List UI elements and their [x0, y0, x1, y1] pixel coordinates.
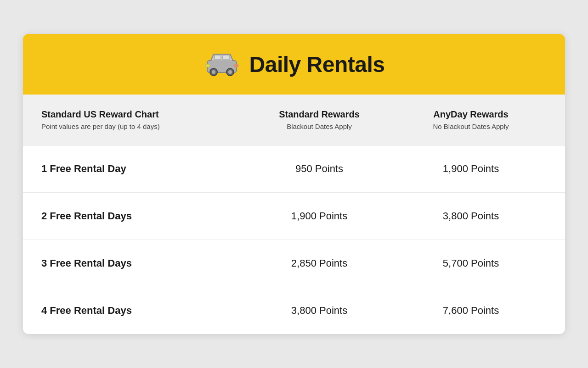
row-standard-0: 950 Points — [243, 163, 395, 175]
col2-main-title: Standard Rewards — [279, 109, 360, 120]
row-standard-2: 2,850 Points — [243, 257, 395, 269]
col2-sub-title: Blackout Dates Apply — [287, 123, 352, 130]
row-anyday-2: 5,700 Points — [395, 257, 547, 269]
car-icon — [204, 50, 240, 78]
svg-rect-2 — [223, 55, 229, 60]
col1-main-title: Standard US Reward Chart — [41, 109, 243, 120]
row-anyday-0: 1,900 Points — [395, 163, 547, 175]
svg-point-4 — [212, 70, 215, 74]
row-label-0: 1 Free Rental Day — [41, 163, 243, 175]
svg-rect-1 — [215, 55, 221, 60]
page-title: Daily Rentals — [249, 52, 385, 77]
col-header-chart: Standard US Reward Chart Point values ar… — [41, 109, 243, 130]
row-anyday-3: 7,600 Points — [395, 305, 547, 317]
reward-table: Standard US Reward Chart Point values ar… — [23, 95, 565, 334]
row-label-3: 4 Free Rental Days — [41, 305, 243, 317]
col3-main-title: AnyDay Rewards — [433, 109, 508, 120]
table-body: 1 Free Rental Day 950 Points 1,900 Point… — [23, 145, 565, 334]
col-header-standard: Standard Rewards Blackout Dates Apply — [243, 109, 395, 130]
table-row: 4 Free Rental Days 3,800 Points 7,600 Po… — [23, 287, 565, 334]
table-row: 3 Free Rental Days 2,850 Points 5,700 Po… — [23, 240, 565, 287]
row-standard-3: 3,800 Points — [243, 305, 395, 317]
row-label-2: 3 Free Rental Days — [41, 257, 243, 269]
svg-point-6 — [228, 70, 232, 74]
col-header-anyday: AnyDay Rewards No Blackout Dates Apply — [395, 109, 547, 130]
col1-sub-title: Point values are per day (up to 4 days) — [41, 123, 243, 130]
row-standard-1: 1,900 Points — [243, 210, 395, 222]
col3-sub-title: No Blackout Dates Apply — [433, 123, 509, 130]
table-row: 2 Free Rental Days 1,900 Points 3,800 Po… — [23, 193, 565, 240]
page-header: Daily Rentals — [23, 34, 565, 95]
table-header-row: Standard US Reward Chart Point values ar… — [23, 95, 565, 145]
svg-rect-7 — [205, 64, 210, 67]
row-anyday-1: 3,800 Points — [395, 210, 547, 222]
main-card: Daily Rentals Standard US Reward Chart P… — [23, 34, 565, 334]
row-label-1: 2 Free Rental Days — [41, 210, 243, 222]
table-row: 1 Free Rental Day 950 Points 1,900 Point… — [23, 145, 565, 193]
svg-rect-8 — [234, 64, 238, 67]
